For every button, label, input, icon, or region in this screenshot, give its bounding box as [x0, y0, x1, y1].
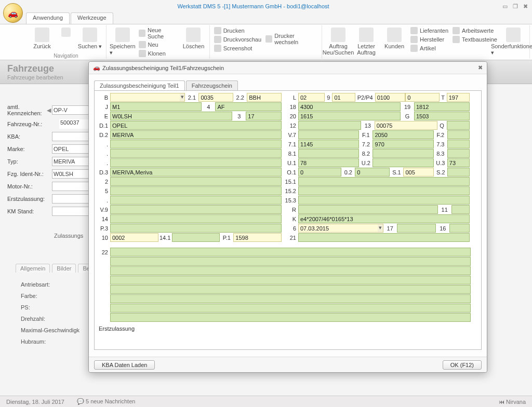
field-P1[interactable]: [234, 234, 281, 241]
field-153[interactable]: [299, 196, 469, 204]
tab-zulassung-teil1[interactable]: Zulassungsbescheinigung Teil1: [94, 80, 185, 90]
field-E[interactable]: [111, 112, 232, 120]
field-O2[interactable]: [355, 168, 389, 176]
field-Q[interactable]: [447, 121, 469, 129]
tab-allgemein[interactable]: Allgemein: [16, 264, 50, 273]
field-D3[interactable]: [111, 168, 281, 176]
articles-button[interactable]: Artikel: [409, 44, 449, 52]
field-5[interactable]: [111, 187, 281, 195]
minimize-icon[interactable]: ▭: [502, 3, 508, 10]
search-button[interactable]: Suchen ▾: [77, 25, 103, 50]
tab-fahrzeugschein[interactable]: Fahrzeugschein: [186, 80, 238, 90]
field-P2P4[interactable]: [376, 93, 405, 101]
last-order-button[interactable]: Letzter Auftrag: [353, 25, 379, 56]
field-2[interactable]: [111, 178, 281, 185]
maximize-icon[interactable]: ❐: [513, 3, 518, 10]
field-81[interactable]: [299, 150, 358, 157]
field-U3[interactable]: [448, 159, 469, 167]
field-20G[interactable]: [415, 112, 469, 120]
field-B21[interactable]: [199, 93, 233, 101]
field-R11[interactable]: [452, 206, 469, 213]
save-button[interactable]: Speichern ▾: [110, 25, 136, 56]
field-K[interactable]: [299, 215, 469, 223]
field-O1[interactable]: [299, 168, 341, 176]
workvalues-button[interactable]: Arbeitswerte: [451, 26, 498, 35]
field-22-2[interactable]: [111, 257, 470, 265]
field-B[interactable]: [111, 93, 180, 101]
field-12[interactable]: [299, 121, 361, 129]
settings-button[interactable]: [57, 25, 75, 37]
field-82[interactable]: [373, 150, 433, 157]
field-20[interactable]: [299, 112, 400, 120]
back-button[interactable]: Zurück: [29, 25, 55, 49]
field-J[interactable]: [111, 103, 201, 111]
field-22-1[interactable]: [111, 248, 470, 256]
field-141[interactable]: [172, 234, 220, 241]
field-L01[interactable]: [332, 93, 354, 101]
new-button[interactable]: Neu: [138, 40, 179, 49]
suppliers-button[interactable]: Lieferanten: [409, 26, 449, 35]
field-P3[interactable]: [111, 224, 281, 232]
field-151[interactable]: [299, 178, 469, 185]
field-22-7[interactable]: [111, 304, 470, 312]
field-22-3[interactable]: [111, 267, 470, 275]
delete-button[interactable]: Löschen: [181, 25, 206, 49]
field-dot2[interactable]: [111, 150, 281, 157]
field-71[interactable]: [299, 140, 358, 148]
field-L[interactable]: [299, 93, 324, 101]
field-D2[interactable]: [111, 131, 281, 139]
field-R[interactable]: [299, 206, 437, 213]
kba-load-button[interactable]: KBA Daten Laden: [94, 360, 155, 370]
field-83[interactable]: [448, 150, 469, 157]
field-dot3[interactable]: [111, 159, 281, 167]
ok-button[interactable]: OK (F12): [443, 360, 482, 370]
tab-werkzeuge[interactable]: Werkzeuge: [71, 12, 113, 24]
field-13[interactable]: [375, 121, 437, 129]
field-10[interactable]: [111, 234, 158, 241]
field-U1[interactable]: [299, 159, 358, 167]
field-22-8[interactable]: [111, 314, 470, 321]
field-V9[interactable]: [111, 206, 281, 213]
field-U2[interactable]: [373, 159, 433, 167]
customers-button[interactable]: Kunden: [381, 25, 407, 49]
field-J4[interactable]: [216, 103, 281, 111]
field-616[interactable]: [450, 224, 469, 232]
tab-anwendung[interactable]: Anwendung: [26, 12, 70, 24]
field-617[interactable]: [397, 224, 436, 232]
app-logo[interactable]: 🚗: [3, 3, 23, 23]
tab-bilder[interactable]: Bilder: [52, 264, 76, 273]
field-F2[interactable]: [448, 131, 469, 139]
clone-button[interactable]: Klonen: [138, 49, 179, 58]
field-S1[interactable]: [404, 168, 433, 176]
print-button[interactable]: Drucken: [213, 26, 262, 35]
field-dot1[interactable]: [111, 140, 281, 148]
printer-switch-button[interactable]: Drucker wechseln: [264, 32, 318, 46]
field-21[interactable]: [299, 234, 469, 241]
field-18[interactable]: [299, 103, 400, 111]
special-functions-button[interactable]: Sonderfunktionen ▾: [500, 25, 526, 56]
field-V7[interactable]: [299, 131, 358, 139]
field-L0[interactable]: [406, 93, 439, 101]
field-22-4[interactable]: [111, 276, 470, 284]
field-19[interactable]: [415, 103, 469, 111]
field-14[interactable]: [111, 215, 281, 223]
order-new-button[interactable]: Auftrag Neu/Suchen: [325, 25, 351, 56]
field-152[interactable]: [299, 187, 469, 195]
date-dropdown-icon[interactable]: ▾: [378, 224, 382, 232]
field-LT[interactable]: [447, 93, 469, 101]
textblocks-button[interactable]: Textbausteine: [451, 35, 498, 44]
screenshot-button[interactable]: Screenshot: [213, 44, 262, 52]
field-72[interactable]: [373, 140, 433, 148]
dialog-close-icon[interactable]: ✖: [478, 64, 483, 71]
field-D1[interactable]: [111, 121, 281, 129]
field-22-6[interactable]: [111, 295, 470, 303]
field-S2[interactable]: [448, 168, 469, 176]
field-22-5[interactable]: [111, 286, 470, 293]
newsearch-button[interactable]: Neue Suche: [138, 26, 179, 40]
field-73[interactable]: [448, 140, 469, 148]
field-B22[interactable]: [247, 93, 281, 101]
status-messages[interactable]: 💬 5 neue Nachrichten: [77, 398, 135, 405]
close-icon[interactable]: ✖: [523, 3, 528, 10]
field-F1[interactable]: [373, 131, 433, 139]
manufacturer-button[interactable]: Hersteller: [409, 35, 449, 44]
